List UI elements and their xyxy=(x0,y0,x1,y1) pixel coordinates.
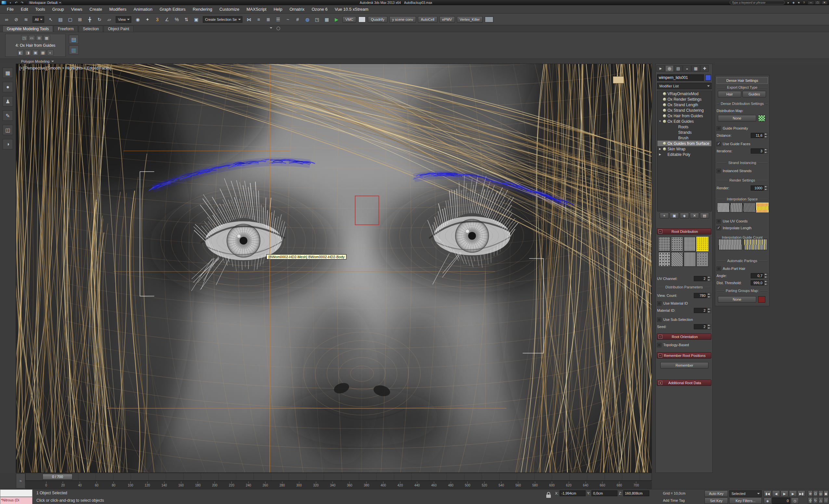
timeline-tick[interactable]: 340 xyxy=(330,481,335,489)
ribbon-edge-icon[interactable]: ◨ xyxy=(25,50,31,55)
go-to-start-button[interactable]: ▮◀ xyxy=(764,490,771,497)
modifier-stack-row[interactable]: Strands xyxy=(657,129,711,135)
ribbon-list-a-icon[interactable]: ▤ xyxy=(69,35,79,44)
menu-item[interactable]: File xyxy=(3,5,17,13)
select-and-move-icon[interactable]: ╋ xyxy=(85,15,94,24)
select-and-manipulate-icon[interactable]: ✦ xyxy=(143,15,152,24)
auto-key-button[interactable]: Auto Key xyxy=(705,490,728,497)
distribution-map-button[interactable]: None xyxy=(718,115,756,121)
parting-groups-map-button[interactable]: None xyxy=(718,296,756,303)
key-mode-dropdown[interactable]: Selected xyxy=(729,490,762,497)
ribbon-mesh-icon[interactable]: ▦ xyxy=(43,35,50,41)
render-production-icon[interactable]: ▶ xyxy=(332,15,341,24)
bulb-icon[interactable] xyxy=(663,147,666,151)
timeline-tick[interactable]: 120 xyxy=(145,481,150,489)
dist-threshold-spinner[interactable]: 999,0 xyxy=(751,280,768,285)
next-frame-button[interactable]: ▶ xyxy=(789,490,797,497)
bulb-icon[interactable] xyxy=(663,109,666,112)
selection-lock-icon[interactable] xyxy=(545,492,552,500)
left-clone-tool-icon[interactable]: ◫ xyxy=(3,125,13,135)
topology-based-checkbox[interactable]: Topology-Based xyxy=(657,342,711,348)
timeline-tick[interactable]: 640 xyxy=(583,481,588,489)
timeline-tick[interactable]: 0 xyxy=(43,481,49,489)
key-mode-toggle-button[interactable]: ◈ xyxy=(764,498,771,504)
material-editor-icon[interactable]: ◍ xyxy=(303,15,312,24)
uv-channel-spinner[interactable]: 2 xyxy=(694,276,711,281)
distribution-swatch-active[interactable] xyxy=(696,237,709,251)
use-material-id-checkbox[interactable]: Use Material ID xyxy=(657,300,711,306)
communication-center-icon[interactable]: ◈ xyxy=(791,1,796,5)
favorites-icon[interactable]: ★ xyxy=(796,1,801,5)
select-and-scale-icon[interactable]: ▱ xyxy=(105,15,114,24)
workspace-dropdown[interactable]: Workspace: Default xyxy=(27,1,62,5)
additional-root-data-rollout[interactable]: + Additional Root Data xyxy=(657,380,711,386)
timeline-tick[interactable]: 380 xyxy=(364,481,369,489)
timeline-tick[interactable]: 700 xyxy=(634,481,639,489)
timeline-tick[interactable]: 20 xyxy=(61,481,66,489)
timeline-tick[interactable]: 620 xyxy=(566,481,571,489)
viewport-label[interactable]: [+][Perspective][Smooth + Highlights + E… xyxy=(20,66,111,71)
close-button[interactable]: ✕ xyxy=(821,1,828,5)
hierarchy-tab-icon[interactable]: ▤ xyxy=(674,65,682,72)
pan-icon[interactable]: ╬ xyxy=(808,497,813,504)
remove-modifier-button[interactable]: ✕ xyxy=(690,213,699,219)
time-configuration-button[interactable]: ◷ xyxy=(791,498,799,504)
interpolation-swatch-1[interactable] xyxy=(717,203,729,212)
menu-item[interactable]: Modifiers xyxy=(106,5,130,13)
undo-icon[interactable]: ↶ xyxy=(14,1,19,5)
modify-tab-icon[interactable]: ◎ xyxy=(665,65,674,72)
distribution-swatch-7[interactable] xyxy=(684,252,696,267)
reference-coordinate-dropdown[interactable]: View xyxy=(116,16,131,23)
interpolate-length-checkbox[interactable]: Interpolate Length xyxy=(717,225,768,231)
spinner-arrows[interactable] xyxy=(764,148,768,154)
menu-item[interactable]: Group xyxy=(49,5,68,13)
ribbon-border-icon[interactable]: ▣ xyxy=(32,50,39,55)
modifier-stack-row[interactable]: Ox Hair from Guides xyxy=(657,113,711,119)
timeline-tick[interactable]: 460 xyxy=(431,481,436,489)
polygon-modeling-dropdown[interactable]: Polygon Modeling xyxy=(21,60,54,63)
timeline-tick[interactable]: 200 xyxy=(212,481,217,489)
quadrify-button[interactable]: Quadrify xyxy=(368,16,387,23)
time-slider[interactable]: 0 / 700 xyxy=(43,474,72,480)
timeline-ruler[interactable]: 0204060801001201401601802002202402602803… xyxy=(25,480,652,489)
interpolation-swatch-2[interactable] xyxy=(730,203,743,212)
mini-curve-editor-button[interactable]: ≈ xyxy=(16,473,25,489)
left-grid-tool-icon[interactable]: ▦ xyxy=(3,68,13,78)
window-crossing-icon[interactable]: ⊞ xyxy=(75,15,84,24)
bulb-icon[interactable] xyxy=(663,103,666,107)
timeline-tick[interactable]: 360 xyxy=(347,481,352,489)
modifier-stack-row[interactable]: VRayOrnatrixMod xyxy=(657,91,711,96)
modifier-stack-row[interactable]: ▼ Ox Edit Guides xyxy=(657,119,711,124)
left-brush-tool-icon[interactable]: ✎ xyxy=(3,110,13,121)
modifier-stack-row[interactable]: Roots xyxy=(657,124,711,129)
current-frame-field[interactable]: 0 xyxy=(772,498,790,504)
timeline-tick[interactable]: 400 xyxy=(381,481,386,489)
modifier-stack-row[interactable]: Ox Strand Length xyxy=(657,102,711,108)
ribbon-tab[interactable]: Object Paint xyxy=(104,26,133,32)
bulb-icon[interactable] xyxy=(663,92,666,95)
timeline-tick[interactable]: 480 xyxy=(448,481,453,489)
spinner-arrows[interactable] xyxy=(707,324,711,329)
timeline-tick[interactable]: 500 xyxy=(465,481,470,489)
select-and-link-icon[interactable]: ∞ xyxy=(2,15,11,24)
named-selection-sets-icon[interactable]: ▣ xyxy=(192,15,201,24)
redo-icon[interactable]: ↷ xyxy=(20,1,25,5)
guide-count-swatch-2[interactable] xyxy=(744,239,767,250)
menu-item[interactable]: MAXScript xyxy=(243,5,270,13)
display-tab-icon[interactable]: ▦ xyxy=(691,65,700,72)
timeline-tick[interactable]: 580 xyxy=(532,481,538,489)
motion-tab-icon[interactable]: ◒ xyxy=(683,65,691,72)
timeline-tick[interactable]: 520 xyxy=(482,481,487,489)
instanced-strands-checkbox[interactable]: Instanced Strands xyxy=(717,168,768,174)
ribbon-toggle-icon[interactable]: ☰ xyxy=(274,15,283,24)
timeline-tick[interactable]: 180 xyxy=(195,481,201,489)
select-and-rotate-icon[interactable]: ↻ xyxy=(95,15,104,24)
modifier-stack-row[interactable]: ▶ Skin Wrap xyxy=(657,146,711,152)
interpolation-swatch-active[interactable] xyxy=(756,203,768,212)
rendered-frame-icon[interactable]: ▦ xyxy=(322,15,331,24)
set-key-button[interactable]: Set Key xyxy=(705,498,728,504)
x-coordinate-field[interactable]: -1,994cm xyxy=(560,490,586,496)
spinner-arrows[interactable] xyxy=(707,293,711,298)
menu-item[interactable]: Edit xyxy=(17,5,32,13)
timeline-tick[interactable]: 280 xyxy=(280,481,285,489)
